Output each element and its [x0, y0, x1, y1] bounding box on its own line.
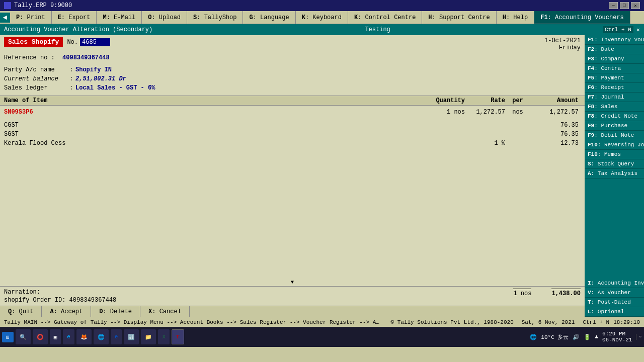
email-button[interactable]: M: E-Mail [97, 11, 142, 24]
header-close-icon[interactable]: ✕ [636, 26, 640, 34]
help-button[interactable]: H: Help [497, 11, 534, 24]
status-copyright: © Tally Solutions Pvt Ltd., 1988-2020 [391, 319, 514, 325]
main-wrapper: Sales Shopify No. 4685 1-Oct-2021 Friday… [0, 35, 644, 317]
cortana-icon: ⭕ [37, 334, 44, 340]
col-header-rate: Rate [465, 97, 505, 104]
taskbar-taskview[interactable]: ▣ [50, 329, 61, 344]
voucher-date[interactable]: 1-Oct-2021 [544, 37, 581, 44]
nav-back-button[interactable]: ◄ [0, 13, 10, 23]
receipt-button[interactable]: F6: Receipt [585, 83, 644, 93]
title-bar-left: Tally.ERP 9:9000 [4, 2, 72, 9]
upload-button[interactable]: O: Upload [142, 11, 187, 24]
print-button[interactable]: P: Print [10, 11, 52, 24]
show-desktop-button[interactable]: ▫ [636, 334, 642, 340]
narration-area: Narration: shopify Order ID: 40983493674… [0, 286, 585, 306]
ctrl-n-label: Ctrl + N [603, 26, 633, 33]
sales-button[interactable]: F8: Sales [585, 102, 644, 112]
taskbar-calculator[interactable]: 🔢 [124, 329, 139, 344]
voucher-header: Sales Shopify No. 4685 1-Oct-2021 Friday [0, 35, 585, 53]
maximize-button[interactable]: □ [620, 2, 629, 9]
language-button[interactable]: G: Language [243, 11, 295, 24]
firefox-icon: 🦊 [80, 334, 88, 340]
col-header-qty: Quantity [405, 97, 465, 104]
start-button[interactable]: ⊞ [2, 332, 14, 342]
minimize-button[interactable]: ─ [609, 2, 618, 9]
chrome-icon: 🌐 [98, 334, 105, 340]
post-dated-button[interactable]: T: Post-Dated [585, 298, 644, 307]
narration-label: Narration: [4, 289, 40, 296]
payment-button[interactable]: F5: Payment [585, 73, 644, 83]
journal-button[interactable]: F7: Journal [585, 93, 644, 102]
systray-up-icon[interactable]: ▲ [595, 334, 598, 340]
volume-icon: 🔊 [573, 334, 580, 340]
keyboard-button[interactable]: K: Keyboard [296, 11, 348, 24]
col-header-item: Name of Item [4, 97, 405, 104]
voucher-number-input[interactable]: 4685 [80, 38, 110, 46]
tax-analysis-button[interactable]: A: Tax Analysis [585, 169, 644, 178]
party-value[interactable]: Shopify IN [75, 66, 112, 73]
taskbar-folder[interactable]: 📁 [141, 329, 156, 344]
optional-button[interactable]: L: Optional [585, 307, 644, 317]
bottom-bar: Q: Quit A: Accept D: Delete X: Cancel [0, 306, 585, 317]
taskbar-firefox[interactable]: 🦊 [76, 329, 92, 344]
windows-taskbar: ⊞ 🔍 ⭕ ▣ e 🦊 🌐 e 🔢 📁 X T 🌐 10°C 多云 🔊 🔋 ▲ … [0, 327, 644, 347]
sgst-amount: 76.35 [530, 131, 581, 138]
item-name[interactable]: SN09S3P6 [4, 109, 405, 116]
support-centre-button[interactable]: H: Support Centre [422, 11, 496, 24]
col-header-per: per [505, 97, 530, 104]
taskbar-excel[interactable]: X [158, 329, 170, 344]
tallyshop-button[interactable]: S: TallyShop [187, 11, 243, 24]
title-bar-controls[interactable]: ─ □ ✕ [609, 2, 640, 9]
taskbar-ie[interactable]: e [111, 329, 122, 344]
narration-content: shopify Order ID: 4098349367448 [4, 297, 116, 304]
accounting-invoice-button[interactable]: I: Accounting Invoice [585, 279, 644, 288]
company-button[interactable]: F3: Company [585, 54, 644, 64]
item-per: nos [505, 109, 530, 116]
narration-row: Narration: [4, 289, 116, 296]
windows-icon: ⊞ [6, 334, 10, 340]
cancel-button[interactable]: X: Cancel [140, 306, 190, 317]
taskbar-cortana[interactable]: ⭕ [33, 329, 48, 344]
taskbar-tally[interactable]: T [172, 329, 184, 344]
item-qty: 1 nos [405, 109, 465, 116]
export-button[interactable]: E: Export [52, 11, 97, 24]
purchase-button[interactable]: F9: Purchase [585, 121, 644, 131]
voucher-no-label: No. [67, 39, 78, 46]
folder-icon: 📁 [145, 334, 152, 340]
accounting-vouchers-button[interactable]: F1: Accounting Vouchers [534, 11, 630, 24]
cess-label: Kerala Flood Cess [4, 140, 405, 147]
title-bar-text: Tally.ERP 9:9000 [14, 2, 72, 9]
taskbar-edge[interactable]: e [63, 329, 74, 344]
cgst-amount: 76.35 [530, 122, 581, 129]
credit-note-button[interactable]: F8: Credit Note [585, 112, 644, 121]
table-body: SN09S3P6 1 nos 1,272.57 nos 1,272.57 CGS… [0, 106, 585, 279]
memos-button[interactable]: F10: Memos [585, 150, 644, 159]
weather-label: 10°C 多云 [541, 333, 569, 341]
reversing-journal-button[interactable]: F10: Reversing Journal [585, 140, 644, 150]
close-button[interactable]: ✕ [631, 2, 640, 9]
stock-query-button[interactable]: S: Stock Query [585, 159, 644, 169]
contra-button[interactable]: F4: Contra [585, 64, 644, 73]
quit-button[interactable]: Q: Quit [0, 306, 42, 317]
edge-icon: e [67, 334, 70, 340]
form-fields: Party A/c name : Shopify IN Current bala… [0, 62, 585, 96]
inventory-vouchers-button[interactable]: F1: Inventory Vouchers [585, 35, 644, 45]
as-voucher-button[interactable]: V: As Voucher [585, 288, 644, 298]
party-label: Party A/c name [4, 66, 69, 73]
content-area: Sales Shopify No. 4685 1-Oct-2021 Friday… [0, 35, 585, 317]
table-row: Kerala Flood Cess 1 % 12.73 [0, 139, 585, 148]
delete-button[interactable]: D: Delete [91, 306, 140, 317]
ref-value[interactable]: 4098349367448 [62, 54, 110, 61]
sales-ledger-field-row: Sales ledger : Local Sales - GST - 6% [4, 84, 581, 92]
tally-icon [4, 2, 11, 9]
debit-note-button[interactable]: F9: Debit Note [585, 131, 644, 140]
accept-button[interactable]: A: Accept [42, 306, 91, 317]
sales-ledger-value[interactable]: Local Sales - GST - 6% [75, 84, 155, 92]
date-button[interactable]: F2: Date [585, 45, 644, 54]
table-row: SN09S3P6 1 nos 1,272.57 nos 1,272.57 [0, 108, 585, 117]
control-centre-button[interactable]: K: Control Centre [348, 11, 422, 24]
taskbar-search[interactable]: 🔍 [16, 329, 31, 344]
header-title: Accounting Voucher Alteration (Secondary… [4, 26, 152, 33]
network-icon: 🌐 [530, 334, 537, 340]
taskbar-chrome[interactable]: 🌐 [94, 329, 109, 344]
